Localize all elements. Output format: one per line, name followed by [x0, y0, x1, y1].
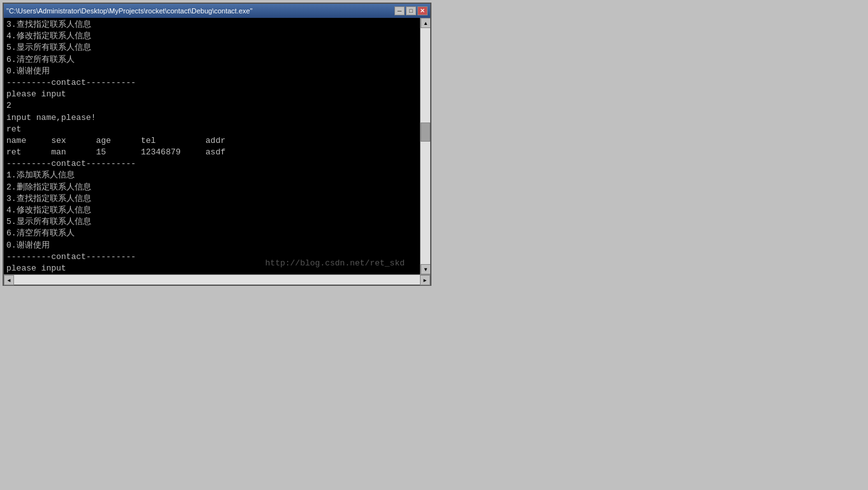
scroll-left-arrow[interactable]: ◄	[4, 275, 14, 285]
minimize-button[interactable]: ─	[394, 6, 405, 15]
window-controls: ─ □ ✕	[394, 6, 428, 15]
scroll-right-arrow[interactable]: ►	[420, 275, 430, 285]
console-window: "C:\Users\Administrator\Desktop\MyProjec…	[3, 3, 431, 286]
horizontal-scrollbar[interactable]: ◄ ►	[4, 274, 430, 285]
scroll-up-arrow[interactable]: ▲	[421, 18, 430, 28]
window-title: "C:\Users\Administrator\Desktop\MyProjec…	[6, 7, 253, 15]
scroll-track-h[interactable]	[14, 275, 420, 285]
console-output[interactable]: 3.查找指定联系人信息 4.修改指定联系人信息 5.显示所有联系人信息 6.清空…	[4, 18, 420, 274]
close-button[interactable]: ✕	[417, 6, 428, 15]
vertical-scrollbar[interactable]: ▲ ▼	[420, 18, 430, 274]
title-bar: "C:\Users\Administrator\Desktop\MyProjec…	[4, 4, 430, 18]
console-area: 3.查找指定联系人信息 4.修改指定联系人信息 5.显示所有联系人信息 6.清空…	[4, 18, 430, 274]
scroll-track[interactable]	[421, 28, 430, 264]
watermark-text: http://blog.csdn.net/ret_skd	[266, 258, 405, 269]
scroll-thumb[interactable]	[421, 122, 430, 142]
scroll-down-arrow[interactable]: ▼	[421, 264, 430, 274]
restore-button[interactable]: □	[406, 6, 416, 15]
